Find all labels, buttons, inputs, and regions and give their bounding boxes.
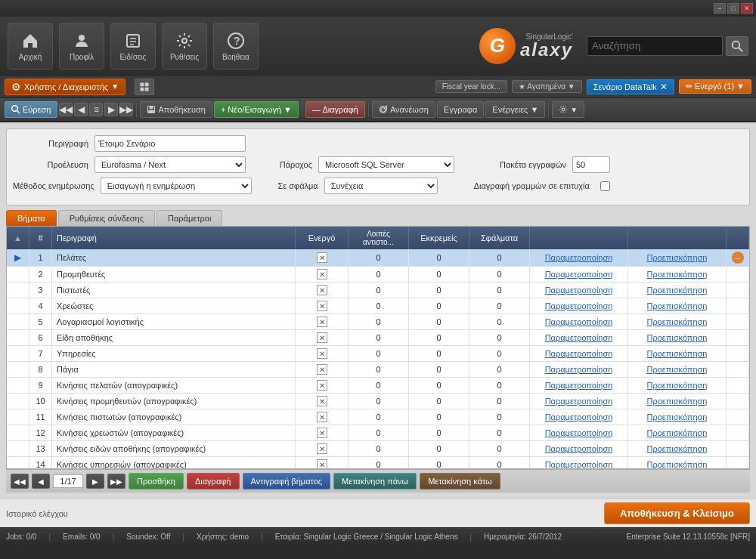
row-preview-link[interactable]: Προεπισκόπηση <box>628 283 727 298</box>
row-active[interactable] <box>296 346 349 361</box>
gear-settings-button[interactable]: ▼ <box>552 101 584 118</box>
update-method-select[interactable]: Εισαγωγή η ενημέρωση <box>101 178 252 194</box>
add-row-button[interactable]: Προσθήκη <box>129 473 184 490</box>
row-active[interactable] <box>296 249 349 266</box>
row-preview-link[interactable]: Προεπισκόπηση <box>628 394 727 409</box>
save-close-button[interactable]: Αποθήκευση & Κλείσιμο <box>604 502 750 524</box>
tab-params[interactable]: Παράμετροι <box>156 210 222 226</box>
actions-button[interactable]: Ενέργειες ▼ <box>485 101 545 118</box>
row-param-link[interactable]: Παραμετροποίηση <box>530 441 628 456</box>
row-param-link[interactable]: Παραμετροποίηση <box>530 362 628 377</box>
row-param-link[interactable]: Παραμετροποίηση <box>530 425 628 440</box>
row-active[interactable] <box>296 378 349 393</box>
favorites-button[interactable]: ★ Αγαπημένα ▼ <box>512 80 582 93</box>
table-row[interactable]: 7Υπηρεσίες000ΠαραμετροποίησηΠροεπισκόπησ… <box>7 346 749 362</box>
table-row[interactable]: ▶1Πελάτες000ΠαραμετροποίησηΠροεπισκόπηση… <box>7 249 749 267</box>
nav-help[interactable]: ? Βοήθεια <box>213 23 259 69</box>
scenario-badge[interactable]: Σενάριο DataTalk ✕ <box>587 79 674 94</box>
table-row[interactable]: 11Κινήσεις πιστωτών (απογραφικές)000Παρα… <box>7 409 749 425</box>
table-row[interactable]: 2Προμηθευτές000ΠαραμετροποίησηΠροεπισκόπ… <box>7 267 749 283</box>
row-active[interactable] <box>296 441 349 456</box>
copy-step-button[interactable]: Αντιγραφή βήματος <box>243 473 331 490</box>
nav-profile[interactable]: Προφίλ <box>59 23 104 69</box>
delete-row-button[interactable]: Διαγραφή <box>187 473 240 490</box>
page-first[interactable]: ◀◀ <box>11 474 29 489</box>
search-button[interactable] <box>726 36 748 56</box>
nav-next-button[interactable]: ▶ <box>104 103 118 116</box>
row-param-link[interactable]: Παραμετροποίηση <box>530 378 628 393</box>
docs-button[interactable]: Εγγραφα <box>437 101 484 118</box>
row-active[interactable] <box>296 283 349 298</box>
page-next[interactable]: ▶ <box>86 474 104 489</box>
row-param-link[interactable]: Παραμετροποίηση <box>530 249 628 266</box>
table-row[interactable]: 9Κινήσεις πελατών (απογραφικές)000Παραμε… <box>7 378 749 394</box>
row-preview-link[interactable]: Προεπισκόπηση <box>628 378 727 393</box>
table-row[interactable]: 5Λογαριασμοί λογιστικής000Παραμετροποίησ… <box>7 314 749 330</box>
row-active[interactable] <box>296 362 349 377</box>
row-active[interactable] <box>296 267 349 282</box>
active-badge[interactable]: ✏ Ενεργό (1) ▼ <box>679 79 751 94</box>
on-error-select[interactable]: Συνέχεια <box>324 178 438 194</box>
row-preview-link[interactable]: Προεπισκόπηση <box>628 330 727 345</box>
nav-list-button[interactable]: ≡ <box>89 103 103 116</box>
nav-home[interactable]: Αρχική <box>8 23 53 69</box>
page-prev[interactable]: ◀ <box>32 474 50 489</box>
packets-input[interactable] <box>572 156 610 173</box>
tab-steps[interactable]: Βήματα <box>6 210 57 226</box>
table-row[interactable]: 3Πιστωτές000ΠαραμετροποίησηΠροεπισκόπηση <box>7 283 749 298</box>
row-active[interactable] <box>296 314 349 329</box>
table-row[interactable]: 10Κινήσεις προμηθευτών (απογραφικές)000Π… <box>7 394 749 409</box>
nav-first-button[interactable]: ◀◀ <box>59 103 73 116</box>
table-row[interactable]: 8Πάγια000ΠαραμετροποίησηΠροεπισκόπηση <box>7 362 749 378</box>
row-preview-link[interactable]: Προεπισκόπηση <box>628 441 727 456</box>
page-last[interactable]: ▶▶ <box>107 474 125 489</box>
source-select[interactable]: Eurofasma / Next <box>94 156 246 173</box>
nav-settings[interactable]: Ρυθ/σεις <box>162 23 207 69</box>
tab-connection[interactable]: Ρυθμίσεις σύνδεσης <box>58 210 155 226</box>
row-param-link[interactable]: Παραμετροποίηση <box>530 346 628 361</box>
fiscal-year-button[interactable]: Fiscal year lock... <box>435 80 507 93</box>
row-active[interactable] <box>296 457 349 468</box>
nav-reports[interactable]: Ειδ/σεις <box>110 23 156 69</box>
save-button[interactable]: Αποθήκευση <box>140 101 212 118</box>
row-preview-link[interactable]: Προεπισκόπηση <box>628 267 727 282</box>
row-preview-link[interactable]: Προεπισκόπηση <box>628 409 727 425</box>
row-param-link[interactable]: Παραμετροποίηση <box>530 330 628 345</box>
delete-button[interactable]: — Διαγραφή <box>305 101 365 118</box>
row-param-link[interactable]: Παραμετροποίηση <box>530 394 628 409</box>
nav-prev-button[interactable]: ◀ <box>74 103 88 116</box>
provider-select[interactable]: Microsoft SQL Server <box>318 156 454 173</box>
row-param-link[interactable]: Παραμετροποίηση <box>530 409 628 425</box>
search-input[interactable] <box>587 36 723 56</box>
row-active[interactable] <box>296 425 349 440</box>
puzzle-icon[interactable] <box>135 79 154 95</box>
row-preview-link[interactable]: Προεπισκόπηση <box>628 346 727 361</box>
table-row[interactable]: 13Κινήσεις ειδών αποθήκης (απογραφικές)0… <box>7 441 749 457</box>
table-row[interactable]: 6Είδη αποθήκης000ΠαραμετροποίησηΠροεπισκ… <box>7 330 749 346</box>
row-preview-link[interactable]: Προεπισκόπηση <box>628 249 727 266</box>
row-param-link[interactable]: Παραμετροποίηση <box>530 457 628 468</box>
row-preview-link[interactable]: Προεπισκόπηση <box>628 362 727 377</box>
new-import-button[interactable]: + Νέο/Εισαγωγή ▼ <box>214 101 299 118</box>
find-button[interactable]: Εύρεση <box>5 101 57 118</box>
row-preview-link[interactable]: Προεπισκόπηση <box>628 425 727 440</box>
row-param-link[interactable]: Παραμετροποίηση <box>530 314 628 329</box>
row-preview-link[interactable]: Προεπισκόπηση <box>628 314 727 329</box>
refresh-button[interactable]: Ανανέωση <box>372 101 435 118</box>
move-up-button[interactable]: Μετακίνηση πάνω <box>333 473 417 490</box>
description-input[interactable] <box>94 135 246 152</box>
row-active[interactable] <box>296 298 349 313</box>
user-badge[interactable]: ⚙ Χρήστης / Διαχειριστής ▼ <box>5 79 125 95</box>
table-row[interactable]: 12Κινήσεις χρεωστών (απογραφικές)000Παρα… <box>7 425 749 441</box>
minimize-button[interactable]: − <box>714 3 726 14</box>
row-param-link[interactable]: Παραμετροποίηση <box>530 298 628 313</box>
table-row[interactable]: 4Χρεώστες000ΠαραμετροποίησηΠροεπισκόπηση <box>7 298 749 314</box>
row-param-link[interactable]: Παραμετροποίηση <box>530 267 628 282</box>
table-row[interactable]: 14Κινήσεις υπηρεσιών (απογραφικές)000Παρ… <box>7 457 749 468</box>
move-down-button[interactable]: Μετακίνηση κάτω <box>420 473 500 490</box>
row-param-link[interactable]: Παραμετροποίηση <box>530 283 628 298</box>
row-active[interactable] <box>296 330 349 345</box>
row-active[interactable] <box>296 409 349 425</box>
maximize-button[interactable]: □ <box>727 3 739 14</box>
nav-last-button[interactable]: ▶▶ <box>119 103 133 116</box>
